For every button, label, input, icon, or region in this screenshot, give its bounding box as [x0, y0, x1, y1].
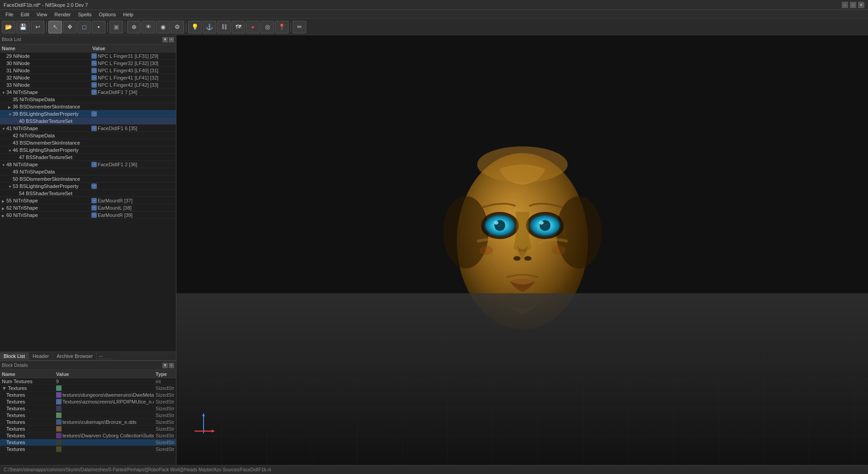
bd-row-texture-3[interactable]: Textures SizedStr: [0, 405, 176, 412]
bd-row-texture-7[interactable]: Textures textures\Dwarven Cyborg Collect…: [0, 432, 176, 439]
viewport[interactable]: [176, 35, 868, 465]
bd-row-texture-2[interactable]: Textures Textures\azmoscreens\LRPDIPMUIc…: [0, 399, 176, 405]
tree-row[interactable]: 49 NiTriShapeData: [0, 168, 176, 175]
minimize-button[interactable]: –: [842, 2, 848, 8]
block-details-collapse[interactable]: ▼: [162, 363, 168, 368]
tree-row-highlighted[interactable]: 40 BSShaderTextureSet: [0, 117, 176, 125]
anchor-button[interactable]: ⚓: [203, 21, 216, 33]
tree-row[interactable]: ▼34 NiTriShape → FaceDidIF1 7 [34]: [0, 89, 176, 96]
bd-col-type-header: Type: [154, 371, 176, 377]
tree-row[interactable]: 50 BSDismemberSkinInstance: [0, 175, 176, 183]
tree-row-selected[interactable]: ▼39 BSLightingShaderProperty →: [0, 110, 176, 117]
separator-4: [186, 22, 186, 32]
bd-row-texture-5[interactable]: Textures textures\cubemaps\Bronze_e.dds …: [0, 419, 176, 426]
tree-row-name: 40 BSShaderTextureSet: [0, 118, 90, 124]
svg-point-11: [539, 221, 544, 225]
separator-3: [125, 22, 125, 32]
close-button[interactable]: ✕: [858, 2, 864, 8]
tree-row[interactable]: 42 NiTriShapeData: [0, 132, 176, 139]
tree-row[interactable]: ▶36 BSDismemberSkinInstance: [0, 103, 176, 110]
maximize-button[interactable]: □: [850, 2, 856, 8]
tree-arrow: [14, 120, 19, 124]
tree-row[interactable]: 31 NiNode → NPC L Finger40 [LF40] [31]: [0, 67, 176, 74]
tree-row[interactable]: 43 BSDismemberSkinInstance: [0, 139, 176, 146]
menu-bar: File Edit View Render Spells Options Hel…: [0, 10, 868, 19]
map-button[interactable]: 🗺: [232, 21, 245, 33]
menu-spells[interactable]: Spells: [74, 11, 95, 18]
tree-row[interactable]: 54 BSShaderTextureSet: [0, 190, 176, 197]
cube2-button[interactable]: ▪: [92, 21, 105, 33]
light-button[interactable]: 💡: [188, 21, 202, 33]
tree-row[interactable]: ▼53 BSLightingShaderProperty →: [0, 183, 176, 190]
tree-row-value: → EarMountL [38]: [90, 205, 176, 211]
pencil-button[interactable]: ✏: [293, 21, 306, 33]
open-button[interactable]: 📂: [2, 21, 15, 33]
block-list-tree[interactable]: 29 NiNode → NPC L Finger31 [LF31] [29] 3…: [0, 52, 176, 352]
tree-row[interactable]: 33 NiNode → NPC L Finger42 [LF42] [33]: [0, 81, 176, 89]
tree-row[interactable]: ▼48 NiTriShape → FaceDidIF1 2 [36]: [0, 161, 176, 168]
tree-arrow: ▼: [2, 163, 6, 167]
cube3-button[interactable]: ▣: [109, 21, 123, 33]
menu-help[interactable]: Help: [119, 11, 137, 18]
bd-row-type: int: [154, 379, 176, 384]
menu-render[interactable]: Render: [51, 11, 74, 18]
target-button[interactable]: ◎: [261, 21, 274, 33]
tree-row[interactable]: 29 NiNode → NPC L Finger31 [LF31] [29]: [0, 52, 176, 60]
bd-row-num-textures[interactable]: Num Textures 9 int: [0, 378, 176, 385]
tool1-button[interactable]: ⊕: [127, 21, 141, 33]
chain-button[interactable]: ⛓: [217, 21, 231, 33]
pin-button[interactable]: 📍: [275, 21, 289, 33]
tab-header[interactable]: Header: [29, 352, 53, 360]
move-button[interactable]: ✥: [63, 21, 76, 33]
cube1-button[interactable]: ◻: [77, 21, 91, 33]
tree-row-value: → NPC L Finger40 [LF40] [31]: [90, 68, 176, 73]
bd-row-texture-9[interactable]: Textures SizedStr: [0, 446, 176, 453]
bd-row-texture-1[interactable]: Textures textures\dungeons\dwemeruins\Dw…: [0, 392, 176, 399]
undo-button[interactable]: ↩: [31, 21, 44, 33]
block-details-close[interactable]: ×: [169, 363, 174, 368]
circle-button[interactable]: ●: [246, 21, 260, 33]
tree-row[interactable]: ▼46 BSLightingShaderProperty: [0, 146, 176, 154]
select-button[interactable]: ↖: [48, 21, 62, 33]
block-details-table[interactable]: Num Textures 9 int ▼ Textures SizedStr T…: [0, 378, 176, 465]
tab-block-list[interactable]: Block List: [0, 352, 29, 360]
eye1-button[interactable]: 👁: [142, 21, 155, 33]
eye2-button[interactable]: ◉: [156, 21, 170, 33]
tree-row-name: 29 NiNode: [0, 53, 90, 59]
bd-row-value: [54, 446, 154, 452]
tree-row-name: 43 BSDismemberSkinInstance: [0, 140, 90, 145]
tree-arrow: [2, 62, 6, 66]
tree-row[interactable]: ▼41 NiTriShape → FaceDidIF1 6 [35]: [0, 125, 176, 132]
bd-row-textures-parent[interactable]: ▼ Textures SizedStr: [0, 385, 176, 392]
save-button[interactable]: 💾: [16, 21, 30, 33]
block-list-panel-controls: ▼ ×: [162, 37, 174, 42]
block-list-collapse[interactable]: ▼: [162, 37, 168, 42]
tree-row[interactable]: 35 NiTriShapeData: [0, 96, 176, 103]
bd-row-texture-8-selected[interactable]: Textures SizedStr: [0, 439, 176, 446]
bd-row-texture-6[interactable]: Textures SizedStr: [0, 426, 176, 432]
tree-row[interactable]: ▶62 NiTriShape → EarMountL [38]: [0, 204, 176, 211]
block-list-close[interactable]: ×: [169, 37, 174, 42]
tree-arrow: ▼: [2, 127, 6, 131]
tree-row[interactable]: 30 NiNode → NPC L Finger32 [LF32] [30]: [0, 60, 176, 67]
tree-row[interactable]: 32 NiNode → NPC L Finger41 [LF41] [32]: [0, 74, 176, 81]
menu-view[interactable]: View: [33, 11, 51, 18]
bd-row-texture-4[interactable]: Textures SizedStr: [0, 412, 176, 419]
menu-options[interactable]: Options: [95, 11, 119, 18]
bd-row-type: SizedStr: [154, 399, 176, 404]
tree-row-name: ▼39 BSLightingShaderProperty: [0, 111, 90, 117]
tree-row[interactable]: 47 BSShaderTextureSet: [0, 154, 176, 161]
bd-row-value: [54, 406, 154, 411]
gear-button[interactable]: ⚙: [171, 21, 184, 33]
tree-row[interactable]: ▶55 NiTriShape → EarMountR [37]: [0, 197, 176, 204]
menu-file[interactable]: File: [2, 11, 17, 18]
title-bar: FaceDidIF1b.nif* - NifSkope 2.0 Dev 7 – …: [0, 0, 868, 10]
menu-edit[interactable]: Edit: [17, 11, 33, 18]
tree-row[interactable]: ▶60 NiTriShape → EarMountR [39]: [0, 211, 176, 219]
tab-archive-browser[interactable]: Archive Browser: [53, 352, 97, 360]
tree-row-name: ▼53 BSLightingShaderProperty: [0, 183, 90, 189]
left-panel: Block List ▼ × Name Value 29 NiNode → NP…: [0, 35, 176, 465]
viewport-axes: [190, 411, 217, 438]
link-icon: →: [91, 183, 97, 189]
tree-arrow: ▶: [2, 199, 6, 203]
